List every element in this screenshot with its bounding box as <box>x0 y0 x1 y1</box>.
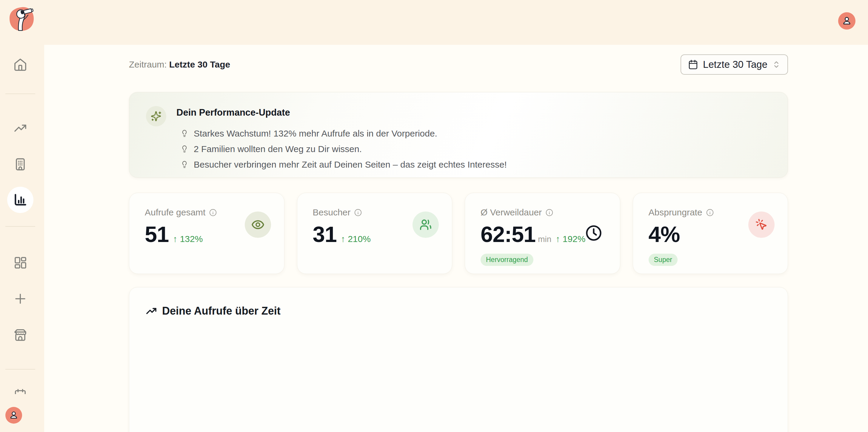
lightbulb-icon <box>180 129 189 138</box>
lightbulb-icon <box>180 145 189 153</box>
sidebar-item-dashboard[interactable] <box>13 255 27 270</box>
app-logo meerkat-telescope-logo[interactable] <box>6 4 36 33</box>
info-icon[interactable] <box>354 208 362 217</box>
mouse-pointer-click-icon <box>748 211 775 238</box>
insight-item: Starkes Wachstum! 132% mehr Aufrufe als … <box>177 126 507 141</box>
stat-delta: ↑ 192% <box>556 234 585 244</box>
sidebar-profile-button[interactable] <box>5 407 22 424</box>
sparkles-icon <box>146 106 166 126</box>
insight-text: Besucher verbringen mehr Zeit auf Deinen… <box>194 160 507 170</box>
eye-icon <box>245 211 271 238</box>
period-value: Letzte 30 Tage <box>169 59 230 69</box>
sidebar-divider <box>5 226 35 227</box>
chevrons-up-down-icon <box>772 60 781 69</box>
sidebar-divider <box>5 369 35 370</box>
status-badge: Super <box>649 254 678 266</box>
stat-delta: ↑ 132% <box>173 234 203 244</box>
stat-value: 62:51 <box>480 222 535 247</box>
stat-delta: ↑ 210% <box>341 234 371 244</box>
user-menu-button[interactable] <box>838 12 856 30</box>
stat-label-text: Besucher <box>313 207 351 218</box>
info-icon[interactable] <box>545 208 553 217</box>
store-icon <box>13 328 27 342</box>
sidebar-item-statistics[interactable] <box>7 187 33 213</box>
stat-label-text: Absprungrate <box>649 207 702 218</box>
stat-label: Ø Verweildauer <box>480 207 606 218</box>
building-icon <box>13 157 27 172</box>
period-label: Zeitraum: <box>129 59 167 69</box>
status-badge: Hervorragend <box>480 254 533 266</box>
stat-label-text: Ø Verweildauer <box>480 207 542 218</box>
insight-item: 2 Familien wollten den Weg zu Dir wissen… <box>177 141 507 157</box>
sidebar-item-home[interactable] <box>13 57 27 72</box>
period-summary: Zeitraum:Letzte 30 Tage <box>129 59 230 69</box>
insight-text: 2 Familien wollten den Weg zu Dir wissen… <box>194 144 362 154</box>
stat-unit: min <box>538 234 551 244</box>
chart-card: Deine Aufrufe über Zeit <box>129 287 788 432</box>
stats-row: Aufrufe gesamt 51 ↑ 132% Besucher <box>129 193 788 274</box>
main-content: Zeitraum:Letzte 30 Tage Letzte 30 Tage <box>44 45 868 432</box>
stat-card-verweildauer: Ø Verweildauer 62:51 min ↑ 192% Hervorra… <box>465 193 620 274</box>
sidebar-item-analytics[interactable] <box>13 121 27 135</box>
performance-update-title: Dein Performance-Update <box>177 107 507 118</box>
lightbulb-icon <box>180 160 189 169</box>
chart-title: Deine Aufrufe über Zeit <box>162 305 281 317</box>
bar-chart-icon <box>12 192 28 208</box>
insight-item: Besucher verbringen mehr Zeit auf Deinen… <box>177 157 507 172</box>
sidebar <box>0 45 44 432</box>
calendar-icon <box>688 59 699 70</box>
home-icon <box>13 57 27 72</box>
page-header: Zeitraum:Letzte 30 Tage Letzte 30 Tage <box>129 54 788 75</box>
info-icon[interactable] <box>209 208 217 217</box>
stat-card-besucher: Besucher 31 ↑ 210% <box>297 193 453 274</box>
stat-value: 31 <box>313 222 337 247</box>
users-icon <box>412 211 439 238</box>
clock-icon <box>585 224 602 242</box>
chart-title-row: Deine Aufrufe über Zeit <box>145 305 772 317</box>
stat-value: 4% <box>649 222 680 247</box>
person-icon <box>8 410 20 421</box>
trending-up-icon <box>13 121 27 135</box>
stat-card-absprungrate: Absprungrate 4% Super <box>633 193 788 274</box>
topbar <box>0 0 868 45</box>
stat-label-text: Aufrufe gesamt <box>145 207 205 218</box>
person-icon <box>841 15 853 27</box>
plus-icon <box>13 292 27 306</box>
sidebar-item-add[interactable] <box>13 292 27 306</box>
insight-text: Starkes Wachstum! 132% mehr Aufrufe als … <box>194 128 437 139</box>
info-icon[interactable] <box>706 208 714 217</box>
performance-update-content: Dein Performance-Update Starkes Wachstum… <box>177 106 507 177</box>
trending-up-icon <box>145 305 157 317</box>
layout-grid-icon <box>13 255 27 270</box>
performance-update-card: Dein Performance-Update Starkes Wachstum… <box>129 92 788 178</box>
date-range-selector[interactable]: Letzte 30 Tage <box>681 54 788 75</box>
stat-card-aufrufe-gesamt: Aufrufe gesamt 51 ↑ 132% <box>129 193 284 274</box>
sidebar-item-shop[interactable] <box>13 328 27 342</box>
sidebar-item-company[interactable] <box>13 157 27 172</box>
insight-list: Starkes Wachstum! 132% mehr Aufrufe als … <box>177 126 507 172</box>
stat-value: 51 <box>145 222 168 247</box>
date-range-label: Letzte 30 Tage <box>703 59 767 70</box>
sidebar-divider <box>5 93 35 94</box>
sidebar-item-partial calendar-icon[interactable] <box>13 388 27 394</box>
